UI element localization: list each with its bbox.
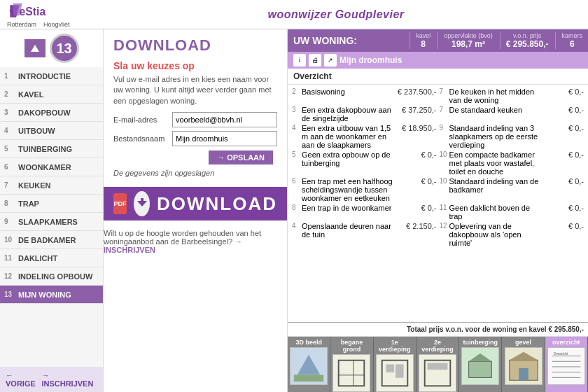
sidebar-item-dakopbouw[interactable]: 3DAKOPBOUW <box>0 104 103 122</box>
download-description: Vul uw e-mail adres in en kies een naam … <box>113 74 277 106</box>
uw-woning-title: UW WONING: <box>293 35 357 46</box>
table-row: 4 Een extra uitbouw van 1,5 m aan de woo… <box>292 124 584 149</box>
download-big-button[interactable]: PDF DOWNLOAD <box>104 187 287 220</box>
filename-row: Bestandsnaam <box>113 131 277 146</box>
logo-icon: eStia v <box>7 1 56 21</box>
svg-rect-9 <box>294 375 323 382</box>
download-arrow-icon <box>134 191 150 216</box>
main-container: 13 1INTRODUCTIE2KAVEL3DAKOPBOUW4UITBOUW5… <box>0 29 588 392</box>
table-row: 2 Basiswoning € 237.500,- 7 De keuken in… <box>292 88 584 104</box>
thumb-image-4 <box>461 347 499 385</box>
thumb-image-1 <box>332 354 370 392</box>
svg-rect-16 <box>386 364 394 372</box>
logo-rotterdam: Rotterdam <box>7 21 36 28</box>
svg-rect-20 <box>428 363 448 370</box>
svg-text:eStia: eStia <box>20 6 46 18</box>
svg-text:v: v <box>10 7 14 15</box>
sidebar-item-indeling-opbouw[interactable]: 12INDELING OPBOUW <box>0 267 103 286</box>
sidebar: 13 1INTRODUCTIE2KAVEL3DAKOPBOUW4UITBOUW5… <box>0 29 104 392</box>
saved-message: De gegevens zijn opgeslagen <box>113 169 277 177</box>
overzicht-table: 2 Basiswoning € 237.500,- 7 De keuken in… <box>288 85 588 322</box>
download-big-label: DOWNLOAD <box>157 193 277 215</box>
thumbnail-begane-grond[interactable]: begane grond <box>330 337 373 392</box>
table-row: 8 Een trap in de woonkamer € 0,- 11 Geen… <box>292 204 584 220</box>
svg-rect-22 <box>469 361 492 377</box>
sidebar-item-slaapkamers[interactable]: 9SLAAPKAMERS <box>0 213 103 231</box>
sidebar-item-daklicht[interactable]: 11DAKLICHT <box>0 249 103 267</box>
svg-marker-4 <box>31 45 39 52</box>
right-header: UW WONING: kavel 8 oppervlakte (bvo) 198… <box>288 29 588 52</box>
pdf-icon: PDF <box>113 193 127 214</box>
sidebar-item-de-badkamer[interactable]: 10DE BADKAMER <box>0 231 103 249</box>
svg-text:Overzicht: Overzicht <box>554 352 568 356</box>
total-row: Totaal prijs v.o.n. voor de woning en ka… <box>288 322 588 336</box>
download-section: DOWNLOAD Sla uw keuzes op Vul uw e-mail … <box>104 29 287 183</box>
step-badge: 13 <box>50 34 79 63</box>
thumb-image-5 <box>505 347 542 385</box>
thumbnail-3d-beeld[interactable]: 3D beeld <box>288 337 330 392</box>
sidebar-item-uitbouw[interactable]: 4UITBOUW <box>0 122 103 140</box>
thumb-image-3 <box>419 354 456 392</box>
right-panel: UW WONING: kavel 8 oppervlakte (bvo) 198… <box>287 29 588 392</box>
content-area: DOWNLOAD Sla uw keuzes op Vul uw e-mail … <box>104 29 287 392</box>
thumb-image-0 <box>290 347 328 385</box>
sidebar-nav-bottom: ← VORIGE → INSCHRIJVEN <box>0 367 103 392</box>
download-header: DOWNLOAD <box>113 36 277 55</box>
logo-subtitle: Rotterdam Hoogvliet <box>7 21 70 28</box>
share-icon[interactable]: ↗ <box>324 54 337 66</box>
svg-rect-17 <box>396 364 404 377</box>
logo-hoogvliet: Hoogvliet <box>43 21 70 28</box>
thumbnail-2e-verdieping[interactable]: 2e verdieping <box>416 337 459 392</box>
header: eStia v Rotterdam Hoogvliet woonwijzer G… <box>0 0 588 29</box>
droomhuis-label: Mijn droomhuis <box>340 55 402 65</box>
nav-list: 1INTRODUCTIE2KAVEL3DAKOPBOUW4UITBOUW5TUI… <box>0 67 103 367</box>
next-button[interactable]: → INSCHRIJVEN <box>41 371 97 388</box>
email-input[interactable] <box>172 112 277 127</box>
download-title: DOWNLOAD <box>113 36 211 55</box>
thumbnails: 3D beeld begane grond 1e verdieping 2e v… <box>288 336 588 392</box>
download-subtitle: Sla uw keuzes op <box>113 60 277 71</box>
prev-button[interactable]: ← VORIGE <box>6 371 41 388</box>
sidebar-item-trap[interactable]: 8TRAP <box>0 195 103 213</box>
right-subheader: i 🖨 ↗ Mijn droomhuis <box>288 52 588 69</box>
svg-rect-27 <box>519 368 528 380</box>
thumbnail-1e-verdieping[interactable]: 1e verdieping <box>374 337 416 392</box>
kamers-stat: kamers 6 <box>555 32 582 49</box>
opslaan-row: → OPSLAAN <box>113 150 277 164</box>
newsletter-section: Wilt u op de hoogte worden gehouden van … <box>104 225 287 257</box>
table-row: 5 Geen extra opbouw op de tuinberging € … <box>292 150 584 176</box>
table-row: 4 Openslaande deuren naar de tuin € 2.15… <box>292 222 584 247</box>
svg-rect-6 <box>141 198 144 203</box>
kavel-stat: kavel 8 <box>410 32 430 49</box>
sidebar-item-introductie[interactable]: 1INTRODUCTIE <box>0 67 103 85</box>
prijs-stat: v.o.n. prijs € 295.850,- <box>500 32 549 49</box>
thumbnail-tuinberging[interactable]: tuinberging <box>459 337 502 392</box>
email-row: E-mail-adres <box>113 112 277 127</box>
sidebar-step: 13 <box>0 29 103 67</box>
info-icon[interactable]: i <box>293 54 306 66</box>
sidebar-item-kavel[interactable]: 2KAVEL <box>0 85 103 104</box>
sidebar-item-woonkamer[interactable]: 6WOONKAMER <box>0 158 103 176</box>
filename-label: Bestandsnaam <box>113 134 172 143</box>
filename-input[interactable] <box>172 131 277 146</box>
step-up-arrow[interactable] <box>24 39 46 57</box>
table-row: 3 Een extra dakopbouw aan de singelzijde… <box>292 106 584 122</box>
right-header-stats: kavel 8 oppervlakte (bvo) 198,7 m² v.o.n… <box>410 32 582 49</box>
header-title: woonwijzer Goudplevier <box>91 8 581 21</box>
thumb-image-2 <box>376 354 414 392</box>
opslaan-button[interactable]: → OPSLAAN <box>209 150 273 164</box>
table-row: 6 Een trap met een halfhoog scheidingswa… <box>292 177 584 202</box>
thumb-image-6: Overzicht <box>547 347 585 385</box>
sidebar-item-keuken[interactable]: 7KEUKEN <box>0 176 103 195</box>
overzicht-title: Overzicht <box>288 69 588 85</box>
sidebar-item-tuinberging[interactable]: 5TUINBERGING <box>0 140 103 158</box>
sidebar-item-mijn-woning[interactable]: 13MIJN WONING <box>0 286 103 304</box>
oppervlakte-stat: oppervlakte (bvo) 198,7 m² <box>438 32 493 49</box>
email-label: E-mail-adres <box>113 115 172 124</box>
print-icon[interactable]: 🖨 <box>309 54 321 66</box>
logo-area: eStia v Rotterdam Hoogvliet <box>7 1 91 28</box>
thumbnail-overzicht[interactable]: overzicht Overzicht <box>545 337 588 392</box>
thumbnail-gevel[interactable]: gevel <box>502 337 545 392</box>
subheader-icons: i 🖨 ↗ <box>293 54 337 66</box>
